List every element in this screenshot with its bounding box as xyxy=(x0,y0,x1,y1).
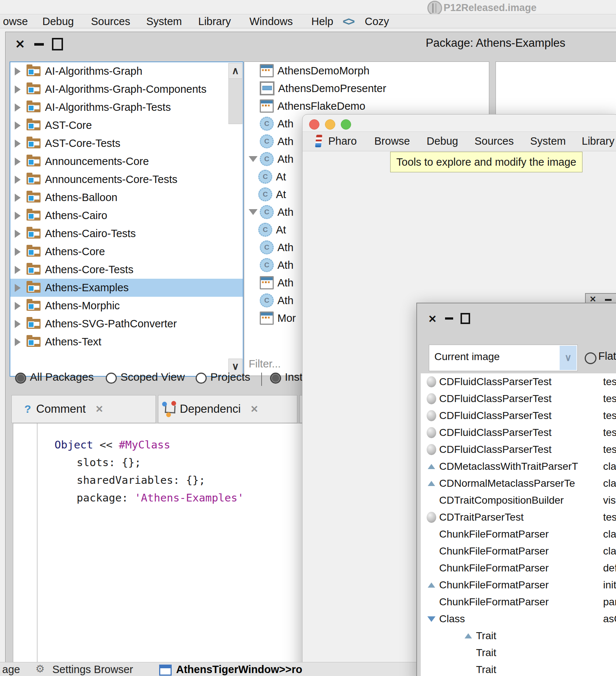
class-filter-input[interactable]: Filter... xyxy=(249,358,281,370)
menu-help[interactable]: Help xyxy=(311,15,333,28)
method-row[interactable]: CDFluidClassParserTesttestW xyxy=(421,390,616,407)
method-row[interactable]: CDTraitParserTesttestC xyxy=(421,509,616,526)
tab-close-icon[interactable]: ✕ xyxy=(250,404,258,415)
package-row[interactable]: AST-Core-Tests xyxy=(10,134,243,152)
method-row[interactable]: CDMetaclassWithTraitParserTclass xyxy=(421,458,616,475)
class-row[interactable]: AthensFlakeDemo xyxy=(244,97,489,115)
package-row[interactable]: Athens-Cairo-Tests xyxy=(10,225,243,243)
scroll-up-button[interactable]: ∧ xyxy=(228,63,242,79)
menu-debug[interactable]: Debug xyxy=(42,15,74,28)
minimize-traffic-light[interactable] xyxy=(325,119,335,130)
close-traffic-light[interactable] xyxy=(309,119,319,130)
maximize-icon[interactable] xyxy=(461,313,470,324)
taskbar-item-cut[interactable]: age xyxy=(2,663,20,676)
code-editor[interactable]: Object << #MyClassslots: {};sharedVariab… xyxy=(13,423,308,676)
method-row[interactable]: ClassasCla xyxy=(421,610,616,627)
package-row[interactable]: Athens-Balloon xyxy=(10,189,243,207)
expander-icon[interactable] xyxy=(15,284,21,292)
minimize-icon[interactable] xyxy=(34,43,44,46)
radio-flat[interactable] xyxy=(585,352,596,364)
close-icon[interactable]: ✕ xyxy=(428,313,437,325)
tab-comment[interactable]: ? Comment ✕ xyxy=(11,395,156,423)
package-row[interactable]: Athens-SVG-PathConverter xyxy=(10,315,243,333)
expander-icon[interactable] xyxy=(15,140,21,148)
collapse-icon[interactable] xyxy=(249,209,258,215)
radio-all-packages[interactable] xyxy=(15,373,26,384)
menu-pharo[interactable]: Pharo xyxy=(328,135,357,147)
expander-icon[interactable] xyxy=(15,103,21,112)
taskbar-item-active[interactable]: AthensTigerWindow>>ro xyxy=(176,663,302,676)
class-row[interactable]: AthensDemoMorph xyxy=(244,62,489,80)
package-row[interactable]: Announcements-Core xyxy=(10,152,243,170)
tab-close-icon[interactable]: ✕ xyxy=(95,404,104,415)
package-row-selected[interactable]: Athens-Examples xyxy=(10,279,243,297)
tab-dependencies[interactable]: Dependenci ✕ xyxy=(158,395,297,423)
package-row[interactable]: Athens-Core-Tests xyxy=(10,261,243,279)
method-row[interactable]: ChunkFileFormatParserdefau xyxy=(421,560,616,577)
method-row[interactable]: CDFluidClassParserTesttestW xyxy=(421,407,616,424)
minimize-icon[interactable] xyxy=(605,299,612,301)
menu-cozy[interactable]: Cozy xyxy=(365,15,389,28)
class-row[interactable]: AthensDemoPresenter xyxy=(244,80,489,97)
package-row[interactable]: AST-Core xyxy=(10,116,243,134)
expander-icon[interactable] xyxy=(15,212,21,220)
radio-flat-label: Flat xyxy=(598,350,616,362)
method-row[interactable]: CDFluidClassParserTesttestW xyxy=(421,373,616,390)
menu-browse[interactable]: owse xyxy=(3,15,28,28)
menu-debug[interactable]: Debug xyxy=(427,135,458,147)
expander-icon[interactable] xyxy=(15,302,21,310)
menu-windows[interactable]: Windows xyxy=(249,15,293,28)
expander-icon[interactable] xyxy=(15,176,21,184)
expander-icon[interactable] xyxy=(15,320,21,328)
expander-icon[interactable] xyxy=(15,266,21,274)
method-row[interactable]: ChunkFileFormatParserinitia xyxy=(421,577,616,594)
expander-icon[interactable] xyxy=(15,338,21,346)
menu-system[interactable]: System xyxy=(146,15,182,28)
expander-icon[interactable] xyxy=(15,67,21,75)
method-row[interactable]: Traitclass xyxy=(443,644,616,661)
package-row[interactable]: Athens-Text xyxy=(10,333,243,351)
package-row[interactable]: AI-Algorithms-Graph-Tests xyxy=(10,98,243,116)
radio-projects[interactable] xyxy=(196,373,207,384)
chevron-down-icon[interactable]: ∨ xyxy=(560,346,577,370)
scope-dropdown[interactable]: Current image ∨ xyxy=(429,345,578,371)
menu-sources[interactable]: Sources xyxy=(475,135,514,147)
zoom-traffic-light[interactable] xyxy=(341,119,351,130)
package-folder-icon xyxy=(27,84,41,94)
method-row[interactable]: TraitisCla xyxy=(443,661,616,676)
menu-browse[interactable]: Browse xyxy=(374,135,410,147)
expander-icon[interactable] xyxy=(15,194,21,202)
package-row[interactable]: Announcements-Core-Tests xyxy=(10,170,243,189)
maximize-icon[interactable] xyxy=(52,38,63,50)
menu-library[interactable]: Library xyxy=(582,135,615,147)
method-row[interactable]: CDFluidClassParserTesttestW xyxy=(421,441,616,458)
method-row[interactable]: TraitasCla xyxy=(443,627,616,644)
package-row[interactable]: AI-Algorithms-Graph-Components xyxy=(10,80,243,98)
method-row[interactable]: CDFluidClassParserTesttestW xyxy=(421,424,616,441)
radio-inst[interactable] xyxy=(270,373,281,384)
minimize-icon[interactable] xyxy=(445,317,453,320)
package-row[interactable]: Athens-Morphic xyxy=(10,297,243,315)
expander-icon[interactable] xyxy=(15,230,21,238)
method-row[interactable]: CDNormalMetaclassParserTeclass xyxy=(421,475,616,492)
method-row[interactable]: ChunkFileFormatParserclass xyxy=(421,526,616,543)
collapse-icon[interactable] xyxy=(249,156,258,162)
menu-library[interactable]: Library xyxy=(198,15,231,28)
package-row[interactable]: Athens-Cairo xyxy=(10,207,243,225)
expander-icon[interactable] xyxy=(15,158,21,166)
close-icon[interactable]: ✕ xyxy=(15,37,25,51)
radio-scoped-view[interactable] xyxy=(106,373,117,384)
scrollbar-thumb[interactable] xyxy=(228,78,242,124)
class-definition-code[interactable]: Object << #MyClassslots: {};sharedVariab… xyxy=(55,436,244,507)
menu-system[interactable]: System xyxy=(530,135,566,147)
expander-icon[interactable] xyxy=(15,122,21,130)
menu-sources[interactable]: Sources xyxy=(91,15,130,28)
expander-icon[interactable] xyxy=(15,248,21,256)
method-row[interactable]: CDTraitCompositionBuildervisitM xyxy=(421,492,616,509)
package-row[interactable]: AI-Algorithms-Graph xyxy=(10,62,243,80)
method-row[interactable]: ChunkFileFormatParserparse xyxy=(421,594,616,610)
method-row[interactable]: ChunkFileFormatParserclass xyxy=(421,543,616,560)
taskbar-item-settings-browser[interactable]: Settings Browser xyxy=(52,663,133,676)
expander-icon[interactable] xyxy=(15,85,21,94)
package-row[interactable]: Athens-Core xyxy=(10,243,243,261)
